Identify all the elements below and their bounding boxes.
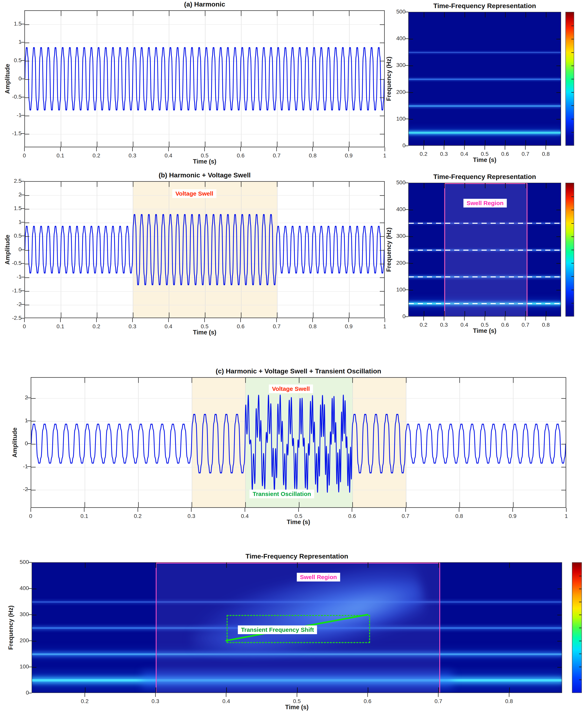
- colorbar-tick-mark: [571, 25, 574, 26]
- y-tick-mark-left-inner: [409, 210, 413, 210]
- colorbar-tick-mark: [579, 615, 582, 615]
- x-tick-label: 0.3: [151, 698, 159, 704]
- x-tick-mark-bottom-outer: [485, 317, 485, 321]
- x-tick-mark-top: [349, 182, 350, 187]
- waveform-line: [31, 395, 566, 493]
- x-tick-mark-bottom-outer: [464, 317, 465, 321]
- y-tick-label: 1: [10, 219, 22, 225]
- x-tick-label: 0: [29, 513, 32, 519]
- tfr-a-title: Time-Frequency Representation: [433, 2, 536, 10]
- x-tick-mark-bottom-inner: [444, 311, 445, 316]
- x-tick-mark-bottom-outer: [155, 693, 156, 697]
- y-tick-label: 1.5: [10, 21, 22, 27]
- x-tick-mark-bottom-outer: [30, 508, 31, 512]
- x-tick-label: 0.3: [128, 153, 136, 159]
- x-tick-mark-bottom-outer: [512, 508, 513, 512]
- y-tick-mark-right-inner: [380, 43, 384, 43]
- x-tick-label: 0.9: [345, 323, 353, 329]
- x-tick-mark-bottom-inner: [546, 140, 546, 145]
- x-tick-label: 0.1: [80, 513, 88, 519]
- x-tick-mark-bottom-outer: [444, 317, 444, 321]
- y-tick-mark-right-inner: [556, 119, 561, 119]
- x-tick-mark-bottom-outer: [85, 693, 85, 697]
- y-tick-mark-right-inner: [380, 195, 384, 196]
- y-tick-mark-left-inner: [25, 277, 29, 278]
- tfr-c-x-axis-label: Time (s): [285, 704, 308, 711]
- y-tick-label: -1: [10, 274, 22, 280]
- y-tick-label: -1.5: [10, 130, 22, 137]
- x-tick-mark-bottom-outer: [132, 318, 133, 322]
- x-tick-mark-bottom-inner: [61, 313, 61, 318]
- y-tick-label: 500: [14, 559, 29, 565]
- x-tick-mark-top: [465, 12, 465, 18]
- x-tick-mark-top: [424, 12, 424, 18]
- y-tick-mark-right-inner: [556, 263, 561, 264]
- x-tick-mark-bottom-inner: [349, 313, 350, 318]
- y-tick-label: 2.5: [10, 178, 22, 184]
- y-tick-mark-right-inner: [556, 210, 561, 210]
- x-tick-mark-bottom-inner: [525, 311, 526, 316]
- y-tick-mark-right-inner: [556, 66, 561, 66]
- x-tick-mark-bottom-inner: [525, 140, 526, 145]
- colorbar-tick-mark: [579, 641, 582, 641]
- y-tick-mark-left-inner: [25, 79, 29, 80]
- x-tick-mark-bottom-inner: [465, 140, 465, 145]
- y-tick-label: 100: [14, 663, 29, 670]
- x-tick-mark-bottom-outer: [204, 147, 205, 151]
- x-tick-mark-bottom-inner: [97, 313, 97, 318]
- x-tick-label: 0.2: [81, 698, 89, 704]
- x-tick-label: 1: [383, 323, 386, 329]
- y-tick-label: 500: [392, 8, 405, 15]
- annotation-voltage-swell: Voltage Swell: [269, 385, 313, 393]
- x-tick-mark-top: [546, 12, 546, 18]
- colorbar-tick-mark: [571, 263, 574, 264]
- x-tick-mark-bottom-outer: [298, 508, 299, 512]
- y-tick-mark-right-inner: [380, 305, 384, 305]
- x-tick-mark-bottom-outer: [444, 146, 444, 150]
- colorbar-tick-mark: [579, 667, 582, 667]
- annotation-transient-oscillation: Transient Oscillation: [249, 490, 314, 498]
- x-tick-mark-top: [313, 182, 313, 187]
- x-tick-mark-bottom-inner: [406, 502, 406, 507]
- waveform-line-svg: [25, 11, 384, 147]
- colorbar-tick-mark: [571, 39, 574, 39]
- x-tick-mark-bottom-outer: [525, 146, 526, 150]
- colorbar-tick-mark: [579, 680, 582, 680]
- y-tick-mark-left-inner: [409, 236, 413, 237]
- x-tick-label: 0.5: [201, 153, 209, 159]
- y-tick-mark-left-inner: [31, 467, 36, 468]
- x-tick-label: 1: [383, 153, 386, 159]
- x-tick-mark-top: [85, 378, 85, 383]
- x-tick-mark-top: [241, 182, 241, 187]
- x-tick-mark-bottom-outer: [384, 318, 385, 322]
- x-tick-mark-bottom-inner: [133, 141, 133, 147]
- x-tick-mark-top: [205, 182, 206, 187]
- colorbar-tick-mark: [571, 303, 574, 303]
- tfr-a-x-axis-label: Time (s): [473, 156, 496, 163]
- x-tick-label: 0.4: [165, 153, 172, 159]
- y-tick-mark-left-inner: [25, 43, 29, 43]
- y-tick-label: -0.5: [10, 94, 22, 100]
- panel-b-title: (b) Harmonic + Voltage Swell: [159, 171, 251, 179]
- y-tick-mark-left-inner: [25, 223, 29, 223]
- x-tick-mark-bottom-outer: [24, 147, 25, 151]
- x-tick-mark-bottom-outer: [244, 508, 245, 512]
- x-tick-mark-top: [133, 182, 133, 187]
- y-tick-mark-left-inner: [409, 263, 413, 264]
- x-tick-label: 0.2: [93, 153, 100, 159]
- harmonic-line-250hz: [409, 78, 561, 80]
- x-tick-mark-bottom-outer: [132, 147, 133, 151]
- y-tick-label: 100: [392, 116, 405, 122]
- y-tick-mark-left-inner: [25, 24, 29, 25]
- x-tick-mark-bottom-inner: [349, 141, 350, 147]
- x-tick-label: 0.3: [440, 151, 448, 157]
- x-tick-mark-bottom-inner: [313, 141, 313, 147]
- y-tick-mark-right-inner: [380, 250, 384, 251]
- annotation-transient-frequency-shift: Transient Frequency Shift: [238, 625, 317, 634]
- x-tick-mark-bottom-outer: [312, 318, 313, 322]
- y-tick-mark-left-inner: [25, 250, 29, 251]
- x-tick-label: 1: [565, 513, 568, 519]
- y-tick-label: -2: [12, 486, 28, 493]
- x-tick-mark-top: [138, 378, 139, 383]
- x-tick-mark-top: [505, 12, 506, 18]
